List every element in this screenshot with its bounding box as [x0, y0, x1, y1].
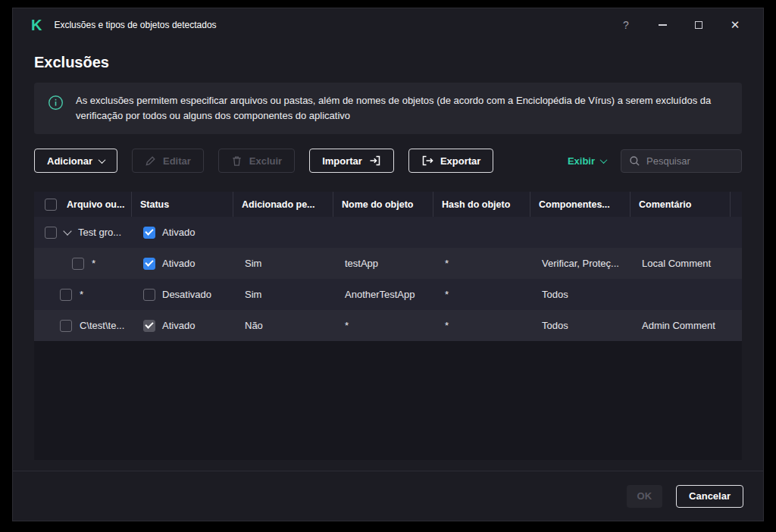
column-header-hash[interactable]: Hash do objeto — [433, 192, 530, 217]
column-header-added[interactable]: Adicionado pe... — [233, 192, 333, 217]
status-checkbox[interactable] — [143, 227, 155, 239]
import-button-label: Importar — [322, 155, 362, 167]
column-header-comment[interactable]: Comentário — [630, 192, 730, 217]
window-controls: ? ✕ — [616, 15, 745, 35]
close-button[interactable]: ✕ — [725, 15, 745, 35]
search-input[interactable] — [646, 155, 734, 167]
status-label: Ativado — [162, 320, 195, 331]
cell-status: Ativado — [131, 320, 233, 332]
file-name: * — [92, 258, 95, 269]
file-name: C\test\te... — [80, 320, 124, 331]
select-all-cell — [34, 192, 58, 217]
cell-hash: * — [433, 258, 530, 269]
search-icon — [629, 155, 640, 167]
cell-comment: Admin Comment — [630, 320, 730, 331]
table-row-group[interactable]: Test gro... Ativado — [34, 217, 742, 248]
cell-file: Test gro... — [34, 227, 131, 239]
cell-added: Não — [233, 320, 333, 331]
table-row[interactable]: * Desativado Sim AnotherTestApp * Todos — [34, 279, 742, 310]
cell-components: Todos — [530, 289, 630, 300]
cell-status: Desativado — [131, 289, 233, 301]
ok-button[interactable]: OK — [627, 485, 663, 508]
cell-added: Sim — [233, 258, 333, 269]
search-box[interactable] — [621, 149, 742, 173]
window-title: Exclusões e tipos de objetos detectados — [54, 20, 216, 30]
export-button[interactable]: Exportar — [408, 149, 493, 173]
chevron-down-icon — [600, 156, 608, 164]
status-label: Ativado — [162, 258, 195, 269]
maximize-icon — [695, 21, 702, 29]
import-icon — [369, 155, 381, 167]
column-header-file[interactable]: Arquivo ou... — [58, 192, 131, 217]
cell-status: Ativado — [131, 258, 233, 270]
column-header-spare — [730, 192, 742, 217]
cell-status: Ativado — [131, 227, 233, 239]
view-button[interactable]: Exibir — [568, 155, 606, 167]
minimize-icon — [659, 24, 667, 26]
column-header-components[interactable]: Componentes... — [530, 192, 630, 217]
table-row[interactable]: * Ativado Sim testApp * Verificar, Prote… — [34, 248, 742, 279]
cancel-button[interactable]: Cancelar — [676, 485, 743, 508]
chevron-down-icon — [99, 156, 106, 164]
toolbar: Adicionar Editar Excluir Importar — [34, 149, 742, 173]
cell-added: Sim — [233, 289, 333, 300]
status-label: Desativado — [162, 289, 211, 300]
cell-file: C\test\te... — [34, 320, 131, 332]
status-checkbox[interactable] — [143, 320, 155, 332]
close-icon: ✕ — [731, 18, 740, 32]
group-name: Test gro... — [78, 227, 121, 238]
export-icon — [421, 155, 433, 167]
add-button[interactable]: Adicionar — [34, 149, 117, 173]
status-checkbox[interactable] — [143, 289, 155, 301]
status-checkbox[interactable] — [143, 258, 155, 270]
table-header: Arquivo ou... Status Adicionado pe... No… — [34, 192, 742, 217]
cell-object: testApp — [333, 258, 433, 269]
export-button-label: Exportar — [440, 155, 480, 167]
view-button-label: Exibir — [568, 155, 595, 167]
add-button-label: Adicionar — [47, 155, 92, 167]
pencil-icon — [145, 155, 156, 167]
trash-icon — [231, 155, 242, 167]
info-icon — [48, 95, 64, 114]
cell-hash: * — [433, 320, 530, 331]
file-name: * — [80, 289, 83, 300]
row-checkbox[interactable] — [60, 320, 72, 332]
table-row[interactable]: C\test\te... Ativado Não * * Todos Admin… — [34, 310, 742, 341]
exclusions-table: Arquivo ou... Status Adicionado pe... No… — [34, 192, 742, 460]
row-checkbox[interactable] — [45, 227, 57, 239]
cell-hash: * — [433, 289, 530, 300]
page-title: Exclusões — [34, 54, 742, 71]
edit-button-label: Editar — [163, 155, 191, 167]
minimize-button[interactable] — [652, 15, 672, 35]
select-all-checkbox[interactable] — [45, 199, 57, 211]
column-header-status[interactable]: Status — [131, 192, 233, 217]
row-checkbox[interactable] — [72, 258, 84, 270]
titlebar: K Exclusões e tipos de objetos detectado… — [13, 8, 763, 42]
cell-file: * — [34, 289, 131, 301]
delete-button-label: Excluir — [249, 155, 282, 167]
cell-file: * — [34, 258, 131, 270]
help-button[interactable]: ? — [616, 15, 636, 35]
column-header-object[interactable]: Nome do objeto — [333, 192, 433, 217]
cell-components: Verificar, Proteç... — [530, 258, 630, 269]
app-window: K Exclusões e tipos de objetos detectado… — [12, 8, 764, 521]
info-text: As exclusões permitem especificar arquiv… — [76, 93, 728, 124]
import-button[interactable]: Importar — [309, 149, 394, 173]
info-banner: As exclusões permitem especificar arquiv… — [34, 83, 742, 134]
cell-object: AnotherTestApp — [333, 289, 433, 300]
maximize-button[interactable] — [689, 15, 709, 35]
cell-components: Todos — [530, 320, 630, 331]
cell-object: * — [333, 320, 433, 331]
expand-chevron-icon[interactable] — [63, 227, 71, 235]
kaspersky-logo-icon: K — [31, 17, 42, 33]
table-empty-area — [34, 341, 742, 460]
edit-button[interactable]: Editar — [132, 149, 204, 173]
delete-button[interactable]: Excluir — [218, 149, 295, 173]
row-checkbox[interactable] — [60, 289, 72, 301]
main-content: Exclusões As exclusões permitem especifi… — [13, 42, 763, 471]
footer-bar: OK Cancelar — [13, 471, 763, 521]
status-label: Ativado — [162, 227, 195, 238]
cell-comment: Local Comment — [630, 258, 730, 269]
